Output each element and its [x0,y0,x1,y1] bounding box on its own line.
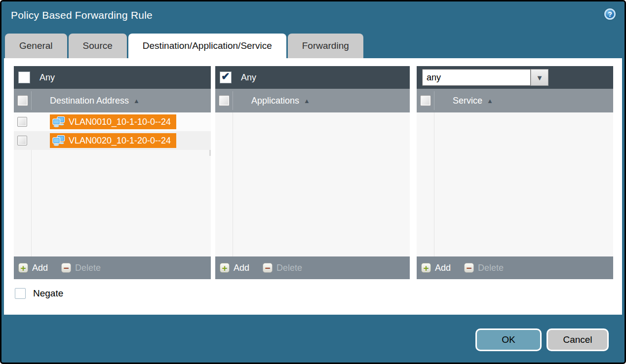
row-checkbox[interactable] [17,117,27,127]
delete-minus-icon: − [464,263,474,273]
destination-any-label: Any [39,73,55,83]
address-object-pill[interactable]: VLAN0010_10-1-10-0--24 [50,114,176,129]
add-button-label: Add [32,263,48,273]
destination-header-label: Destination Address [50,96,129,106]
cancel-button[interactable]: Cancel [547,328,609,351]
list-divider [233,112,233,256]
delete-button-label: Delete [75,263,101,273]
applications-toolbar: + Add − Delete [215,256,410,279]
address-object-label: VLAN0020_10-1-20-0--24 [69,136,171,146]
applications-header-label: Applications [251,96,299,106]
delete-minus-icon: − [263,263,273,273]
destination-column-header[interactable]: Destination Address ▲ [14,89,211,112]
chevron-down-icon[interactable]: ▼ [531,69,548,86]
header-divider [434,91,434,110]
destination-address-panel: Any Destination Address ▲ [14,66,211,279]
destination-any-header: Any [14,66,211,89]
delete-button[interactable]: − Delete [464,263,504,273]
policy-based-forwarding-dialog: Policy Based Forwarding Rule ? General S… [0,0,626,364]
applications-any-checkbox[interactable] [220,72,232,83]
delete-button-label: Delete [276,263,302,273]
help-icon[interactable]: ? [604,8,616,20]
delete-button-label: Delete [478,263,504,273]
add-button[interactable]: + Add [421,263,451,273]
tab-destination-application-service[interactable]: Destination/Application/Service [128,34,286,58]
negate-option: Negate [15,288,63,299]
title-bar: Policy Based Forwarding Rule ? [1,1,625,32]
destination-any-checkbox[interactable] [18,72,30,83]
delete-button[interactable]: − Delete [61,263,101,273]
tab-content-panel: Any Destination Address ▲ [4,58,622,315]
sort-arrow-icon[interactable]: ▲ [487,97,493,105]
negate-checkbox[interactable] [15,288,26,299]
address-object-label: VLAN0010_10-1-10-0--24 [69,117,171,127]
applications-any-header: Any [215,66,410,89]
add-plus-icon: + [220,263,230,273]
add-plus-icon: + [18,263,28,273]
columns-container: Any Destination Address ▲ [14,66,613,279]
sort-arrow-icon[interactable]: ▲ [133,97,140,105]
service-dropdown-input[interactable] [422,69,531,86]
address-object-pill[interactable]: VLAN0020_10-1-20-0--24 [50,133,176,148]
tab-general[interactable]: General [5,34,67,58]
service-select-all-checkbox[interactable] [420,95,431,106]
list-divider [434,112,434,256]
destination-toolbar: + Add − Delete [14,256,211,279]
add-button-label: Add [234,263,249,273]
service-any-header: ▼ [417,66,613,89]
applications-list [215,112,410,256]
service-header-label: Service [453,96,482,106]
address-group-icon [52,116,65,127]
add-button[interactable]: + Add [220,263,249,273]
service-panel: ▼ Service ▲ + Add [417,66,613,279]
header-divider [31,91,32,110]
sort-arrow-icon[interactable]: ▲ [304,97,310,105]
row-checkbox[interactable] [17,136,27,146]
table-row[interactable]: VLAN0010_10-1-10-0--24 [14,112,211,131]
tab-forwarding[interactable]: Forwarding [288,34,363,58]
table-row[interactable]: VLAN0020_10-1-20-0--24 [14,131,211,150]
add-button[interactable]: + Add [18,263,48,273]
page-title: Policy Based Forwarding Rule [11,9,153,21]
applications-column-header[interactable]: Applications ▲ [215,89,410,112]
ok-button[interactable]: OK [475,328,542,351]
service-dropdown: ▼ [422,69,548,86]
destination-list: VLAN0010_10-1-10-0--24 VLAN0020_10-1-20-… [14,112,211,256]
destination-select-all-checkbox[interactable] [17,95,28,106]
tab-bar: General Source Destination/Application/S… [5,34,363,58]
applications-select-all-checkbox[interactable] [219,95,230,106]
add-plus-icon: + [421,263,431,273]
applications-any-label: Any [241,73,256,83]
delete-button[interactable]: − Delete [263,263,302,273]
tab-source[interactable]: Source [69,34,127,58]
add-button-label: Add [435,263,451,273]
service-toolbar: + Add − Delete [417,256,613,279]
applications-panel: Any Applications ▲ + Add [215,66,410,279]
address-group-icon [52,135,65,146]
delete-minus-icon: − [61,263,71,273]
header-divider [233,91,233,110]
service-list [417,112,613,256]
negate-label: Negate [33,288,63,299]
service-column-header[interactable]: Service ▲ [417,89,613,112]
